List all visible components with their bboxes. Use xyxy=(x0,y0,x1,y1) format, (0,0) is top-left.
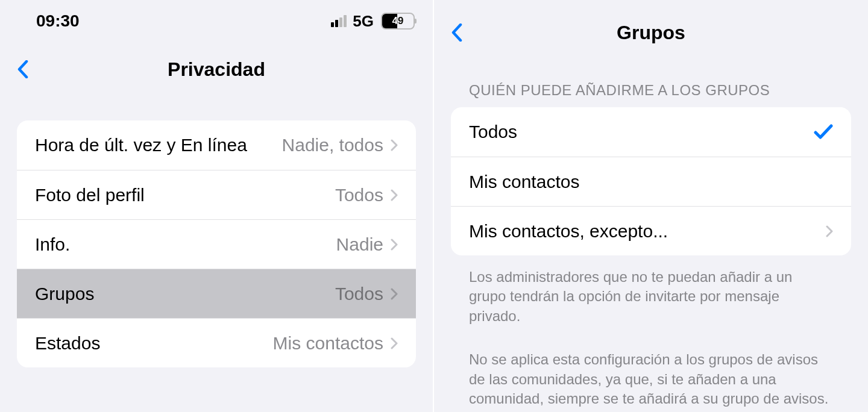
row-right: Todos xyxy=(335,284,398,304)
row-right xyxy=(814,124,833,140)
groups-options-list: Todos Mis contactos Mis contactos, excep… xyxy=(451,107,851,255)
option-my-contacts[interactable]: Mis contactos xyxy=(451,157,851,206)
row-right: Todos xyxy=(335,185,398,205)
row-right: Nadie, todos xyxy=(282,135,398,155)
privacy-screen: 09:30 5G 49 Privacidad Hora de últ. vez xyxy=(0,0,434,412)
row-value: Todos xyxy=(335,185,383,205)
footer-note-2: No se aplica esta configuración a los gr… xyxy=(434,338,868,408)
row-label: Hora de últ. vez y En línea xyxy=(35,135,247,155)
chevron-right-icon xyxy=(391,337,398,349)
status-bar: 09:30 5G 49 xyxy=(0,0,433,42)
chevron-left-icon xyxy=(17,60,28,78)
row-groups[interactable]: Grupos Todos xyxy=(17,269,416,318)
row-value: Nadie xyxy=(336,234,383,255)
row-value: Todos xyxy=(335,284,383,304)
page-title: Privacidad xyxy=(0,58,433,81)
chevron-right-icon xyxy=(391,139,398,151)
row-profile-photo[interactable]: Foto del perfil Todos xyxy=(17,170,416,219)
checkmark-icon xyxy=(814,124,833,140)
back-button[interactable] xyxy=(11,57,35,81)
battery-icon: 49 xyxy=(381,13,415,30)
row-label: Foto del perfil xyxy=(35,185,145,205)
row-info[interactable]: Info. Nadie xyxy=(17,219,416,269)
row-label: Mis contactos, excepto... xyxy=(469,221,668,242)
row-value: Nadie, todos xyxy=(282,135,383,155)
row-label: Todos xyxy=(469,122,517,142)
footer-note-1: Los administradores que no te puedan aña… xyxy=(434,255,868,326)
row-label: Mis contactos xyxy=(469,172,579,192)
row-last-seen-online[interactable]: Hora de últ. vez y En línea Nadie, todos xyxy=(17,120,416,170)
battery-percent: 49 xyxy=(381,15,415,27)
status-right: 5G 49 xyxy=(331,12,415,31)
nav-header: Privacidad xyxy=(0,42,433,96)
back-button[interactable] xyxy=(445,20,469,45)
chevron-left-icon xyxy=(451,23,462,42)
option-my-contacts-except[interactable]: Mis contactos, excepto... xyxy=(451,206,851,255)
row-value: Mis contactos xyxy=(273,333,383,354)
privacy-list: Hora de últ. vez y En línea Nadie, todos… xyxy=(17,120,416,367)
page-title: Grupos xyxy=(434,22,868,44)
groups-screen: Grupos QUIÉN PUEDE AÑADIRME A LOS GRUPOS… xyxy=(434,0,868,412)
chevron-right-icon xyxy=(391,189,398,201)
status-time: 09:30 xyxy=(36,11,80,31)
nav-header: Grupos xyxy=(434,6,868,59)
row-right: Nadie xyxy=(336,234,398,255)
network-label: 5G xyxy=(353,12,374,31)
section-header: QUIÉN PUEDE AÑADIRME A LOS GRUPOS xyxy=(434,59,868,107)
option-everyone[interactable]: Todos xyxy=(451,107,851,157)
chevron-right-icon xyxy=(391,288,398,300)
signal-icon xyxy=(331,15,347,27)
row-label: Grupos xyxy=(35,284,94,304)
chevron-right-icon xyxy=(391,239,398,251)
row-label: Estados xyxy=(35,333,100,354)
row-label: Info. xyxy=(35,234,70,255)
row-right: Mis contactos xyxy=(273,333,398,354)
row-right xyxy=(826,225,833,237)
row-status[interactable]: Estados Mis contactos xyxy=(17,318,416,367)
chevron-right-icon xyxy=(826,225,833,237)
